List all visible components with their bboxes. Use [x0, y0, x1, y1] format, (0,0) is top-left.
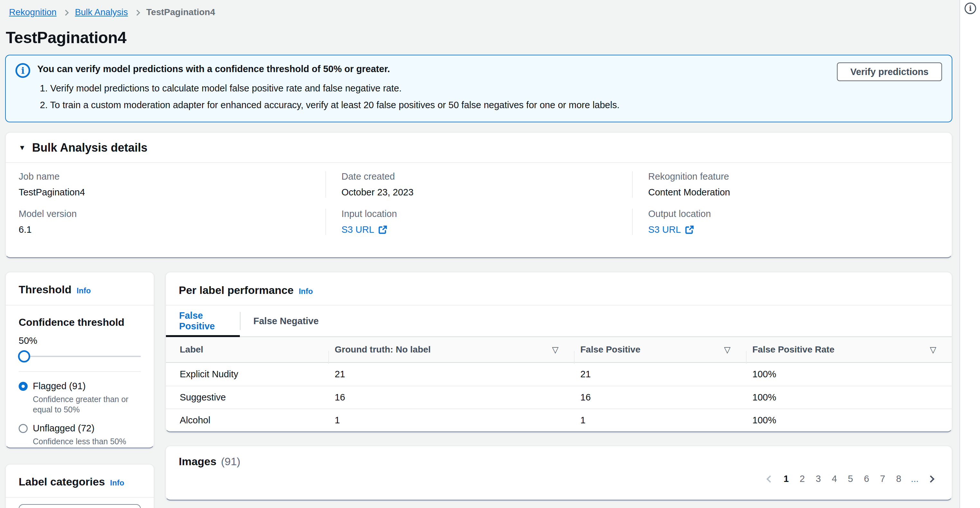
images-header: Images (91) [179, 446, 939, 468]
column-header-ground-truth: Ground truth: No label ▽ [328, 345, 574, 355]
cell-false-positive-rate: 100% [746, 415, 952, 426]
right-column: Per label performance Info False Positiv… [165, 272, 952, 501]
info-banner: i You can verify model predictions with … [5, 55, 952, 122]
field-date-created: Date created October 23, 2023 [325, 171, 632, 198]
cell-false-positive-rate: 100% [746, 369, 952, 380]
cell-ground-truth: 1 [328, 415, 574, 426]
field-value: TestPagination4 [19, 187, 316, 198]
pagination-ellipsis[interactable]: ... [907, 474, 923, 484]
pagination-next-button[interactable] [923, 476, 939, 482]
pagination-page-8[interactable]: 8 [891, 474, 907, 484]
verify-predictions-button[interactable]: Verify predictions [837, 62, 942, 81]
caret-down-icon: ▼ [19, 144, 26, 152]
field-output-location: Output location S3 URL [632, 209, 939, 235]
radio-label: Flagged (91) [33, 381, 86, 391]
filter-icon[interactable]: ▽ [930, 345, 936, 355]
details-expand-header[interactable]: ▼ Bulk Analysis details [19, 133, 939, 162]
cell-label: Alcohol [166, 415, 328, 426]
field-value: Content Moderation [648, 187, 929, 198]
rekognition-bulk-analysis-page: Rekognition Bulk Analysis TestPagination… [0, 0, 980, 508]
pagination-prev-button[interactable] [762, 476, 778, 482]
column-header-false-positive: False Positive ▽ [574, 345, 746, 355]
console-content: Rekognition Bulk Analysis TestPagination… [0, 0, 959, 508]
cell-false-positive: 1 [574, 415, 746, 426]
field-job-name: Job name TestPagination4 [19, 171, 325, 198]
pagination-page-7[interactable]: 7 [875, 474, 891, 484]
radio-description: Confidence greater than or equal to 50% [33, 394, 141, 415]
banner-headline: You can verify model predictions with a … [37, 64, 830, 74]
chevron-left-icon [767, 475, 774, 482]
confidence-threshold-slider[interactable] [19, 349, 141, 363]
column-header-label: Label [166, 345, 328, 355]
bulk-analysis-details-panel: ▼ Bulk Analysis details Job name TestPag… [5, 132, 952, 258]
pagination-page-5[interactable]: 5 [842, 474, 859, 484]
field-value: October 23, 2023 [342, 187, 622, 198]
cell-false-positive: 16 [574, 392, 746, 403]
filter-icon[interactable]: ▽ [552, 345, 558, 355]
details-row: Job name TestPagination4 Date created Oc… [19, 171, 939, 198]
column-header-false-positive-rate: False Positive Rate ▽ [746, 345, 952, 355]
per-label-performance-panel: Per label performance Info False Positiv… [165, 272, 952, 432]
chevron-right-icon [927, 475, 935, 482]
cell-ground-truth: 21 [328, 369, 574, 380]
banner-body: You can verify model predictions with a … [37, 62, 830, 113]
external-link-icon [685, 225, 694, 234]
chevron-right-icon [134, 10, 140, 16]
link-text: S3 URL [342, 224, 374, 235]
breadcrumb-bulk-analysis[interactable]: Bulk Analysis [75, 7, 128, 18]
breadcrumb-current: TestPagination4 [146, 7, 215, 18]
details-title: Bulk Analysis details [32, 141, 148, 155]
pagination-page-1[interactable]: 1 [778, 474, 794, 484]
per-label-tabs: False Positive False Negative [166, 305, 952, 337]
field-input-location: Input location S3 URL [325, 209, 632, 235]
pagination-page-2[interactable]: 2 [794, 474, 810, 484]
slider-track[interactable] [19, 356, 141, 357]
table-row: Explicit Nudity 21 21 100% [166, 363, 952, 386]
label-categories-panel: Label categories Info [5, 464, 154, 508]
tab-false-negative[interactable]: False Negative [240, 305, 331, 336]
slider-handle[interactable] [18, 350, 30, 363]
radio-description: Confidence less than 50% [33, 436, 141, 447]
output-s3-url-link[interactable]: S3 URL [648, 224, 694, 235]
field-label: Output location [648, 209, 929, 219]
banner-list: 1. Verify model predictions to calculate… [37, 82, 830, 111]
field-rekognition-feature: Rekognition feature Content Moderation [632, 171, 939, 198]
label-categories-body [6, 498, 154, 508]
breadcrumb-rekognition[interactable]: Rekognition [9, 7, 57, 18]
field-label: Date created [342, 171, 622, 182]
table-row: Suggestive 16 16 100% [166, 386, 952, 409]
columns-region: Threshold Info Confidence threshold 50% [5, 272, 952, 508]
radio-flagged[interactable]: Flagged (91) Confidence greater than or … [19, 381, 141, 415]
pagination-page-3[interactable]: 3 [810, 474, 826, 484]
field-label: Rekognition feature [648, 171, 929, 182]
filter-icon[interactable]: ▽ [724, 345, 730, 355]
input-s3-url-link[interactable]: S3 URL [342, 224, 387, 235]
banner-item: 2. To train a custom moderation adapter … [37, 99, 830, 111]
cell-false-positive-rate: 100% [746, 392, 952, 403]
details-row: Model version 6.1 Input location S3 URL [19, 209, 939, 235]
label-categories-info-link[interactable]: Info [110, 478, 124, 487]
label-categories-input[interactable] [19, 504, 141, 508]
radio-label: Unflagged (72) [33, 423, 94, 434]
per-label-info-link[interactable]: Info [299, 287, 313, 296]
cell-ground-truth: 16 [328, 392, 574, 403]
radio-selected-icon[interactable] [19, 382, 28, 391]
images-title: Images [179, 455, 216, 468]
external-link-icon [378, 225, 387, 234]
pagination-page-6[interactable]: 6 [859, 474, 875, 484]
help-rail: i [959, 0, 980, 508]
label-categories-title: Label categories [19, 476, 105, 488]
breadcrumb: Rekognition Bulk Analysis TestPagination… [5, 0, 952, 18]
pagination-page-4[interactable]: 4 [826, 474, 842, 484]
threshold-info-link[interactable]: Info [76, 286, 91, 295]
left-column: Threshold Info Confidence threshold 50% [5, 272, 154, 508]
threshold-header: Threshold Info [6, 272, 154, 305]
field-model-version: Model version 6.1 [19, 209, 325, 235]
tab-false-positive[interactable]: False Positive [166, 305, 240, 336]
pagination: 1 2 3 4 5 6 7 8 ... [179, 474, 939, 484]
help-info-icon[interactable]: i [964, 3, 976, 14]
radio-unselected-icon[interactable] [19, 424, 28, 433]
radio-unflagged[interactable]: Unflagged (72) Confidence less than 50% [19, 423, 141, 447]
flagged-filter-group: Flagged (91) Confidence greater than or … [19, 372, 141, 447]
field-label: Job name [19, 171, 316, 182]
